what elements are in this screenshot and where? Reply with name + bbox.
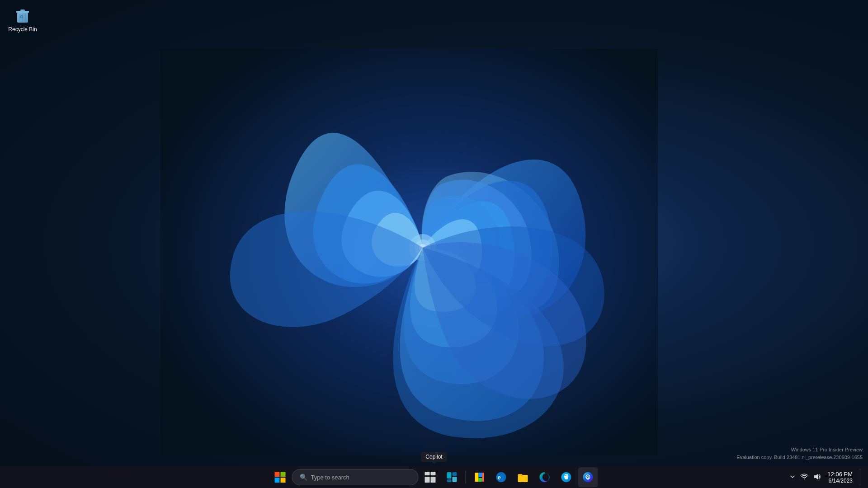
svg-rect-14 xyxy=(281,478,286,483)
svg-rect-25 xyxy=(479,478,482,482)
clock-display[interactable]: 12:06 PM 6/14/2023 xyxy=(825,470,855,485)
svg-rect-15 xyxy=(425,472,430,475)
task-view-button[interactable] xyxy=(420,467,440,487)
pinned-app-2[interactable]: e xyxy=(491,467,511,487)
svg-point-32 xyxy=(583,472,593,482)
svg-rect-26 xyxy=(482,473,484,482)
taskbar-right: 12:06 PM 6/14/2023 xyxy=(788,469,863,485)
svg-rect-6 xyxy=(20,9,25,11)
clock-time: 12:06 PM xyxy=(827,471,853,478)
svg-rect-13 xyxy=(275,478,280,483)
build-watermark: Windows 11 Pro Insider Preview Evaluatio… xyxy=(736,446,863,461)
widgets-button[interactable] xyxy=(442,467,462,487)
svg-rect-17 xyxy=(425,477,430,483)
svg-rect-21 xyxy=(447,479,452,482)
svg-line-9 xyxy=(25,14,26,21)
svg-marker-33 xyxy=(814,474,818,479)
volume-icon[interactable] xyxy=(812,472,822,483)
network-icon[interactable] xyxy=(799,472,809,483)
taskbar-separator xyxy=(466,471,466,483)
recycle-bin-graphic: ♻ xyxy=(14,6,32,24)
svg-rect-16 xyxy=(431,472,436,475)
svg-rect-23 xyxy=(475,473,479,482)
show-desktop-button[interactable] xyxy=(860,469,863,485)
clock-date: 6/14/2023 xyxy=(829,478,853,484)
svg-rect-22 xyxy=(453,477,457,482)
store-button[interactable] xyxy=(557,467,576,487)
search-placeholder-text: Type to search xyxy=(311,474,349,481)
system-tray: 12:06 PM 6/14/2023 xyxy=(788,469,863,485)
svg-rect-11 xyxy=(275,472,280,477)
svg-rect-12 xyxy=(281,472,286,477)
wallpaper xyxy=(160,49,658,455)
pinned-app-1[interactable] xyxy=(470,467,490,487)
search-bar[interactable]: 🔍 Type to search xyxy=(292,469,419,485)
taskbar-center: 🔍 Type to search xyxy=(270,467,598,487)
taskbar: 🔍 Type to search xyxy=(0,466,868,488)
desktop: ♻ Recycle Bin Copilot Windows 11 Pro Ins… xyxy=(0,0,868,488)
svg-rect-20 xyxy=(453,472,457,476)
show-hidden-icons-button[interactable] xyxy=(788,473,797,482)
svg-rect-29 xyxy=(518,475,528,482)
file-explorer-button[interactable] xyxy=(513,467,533,487)
recycle-bin-icon[interactable]: ♻ Recycle Bin xyxy=(5,5,41,34)
svg-text:♻: ♻ xyxy=(19,14,24,19)
recycle-bin-label: Recycle Bin xyxy=(8,26,37,33)
svg-rect-24 xyxy=(479,473,482,477)
copilot-button[interactable] xyxy=(578,467,598,487)
svg-rect-19 xyxy=(447,472,452,479)
svg-rect-18 xyxy=(431,477,436,483)
search-icon: 🔍 xyxy=(300,474,307,481)
svg-text:e: e xyxy=(498,474,501,481)
start-button[interactable] xyxy=(270,467,290,487)
edge-browser-button[interactable] xyxy=(535,467,555,487)
